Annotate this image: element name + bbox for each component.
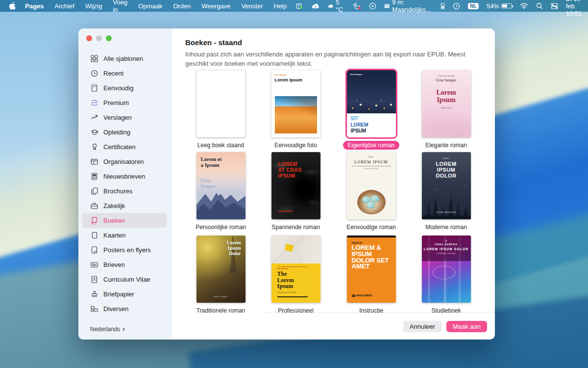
template-cover: LOREM AT CRAS IPSUM URNA SEMPER (271, 152, 320, 219)
sidebar-item-diversen[interactable]: Diversen (82, 301, 167, 316)
sidebar-item-label: Zakelijk (103, 202, 125, 210)
template-cover: Urna Semper Lorem Ipsum (271, 70, 320, 137)
sidebar-item-posters-en-flyers[interactable]: Posters en flyers (82, 242, 167, 257)
medal-icon (90, 143, 98, 151)
briefcase-icon (90, 202, 98, 210)
sidebar-item-brieven[interactable]: Brieven (82, 257, 167, 272)
battery-item[interactable]: 54% (483, 0, 516, 12)
sidebar-item-recent[interactable]: Recent (82, 66, 167, 80)
publisher-mark-icon: ✕ (422, 239, 471, 242)
stamp-icon (90, 290, 98, 298)
template-name-selected: Eigentijdse roman (343, 141, 399, 150)
sidebar-item-zakelijk[interactable]: Zakelijk (82, 198, 167, 213)
cv-icon (90, 275, 98, 284)
weather-item[interactable]: 5 °C (324, 0, 349, 12)
sidebar-item-kaarten[interactable]: Kaarten (82, 228, 167, 242)
sidebar-item-label: Eenvoudig (103, 84, 133, 92)
template-card-professioneel[interactable]: DOLOR SIT The Lorem Ipsum Consectetur Ti… (258, 236, 333, 314)
sidebar-item-briefpapier[interactable]: Briefpapier (82, 287, 167, 301)
template-cover: Lorem Ipsum Dolor Urna Semper (196, 236, 245, 303)
menu-wijzig[interactable]: Wijzig (80, 0, 108, 12)
template-name: Traditionele roman (196, 307, 245, 314)
template-card-eenvoudige-roman[interactable]: A Vitae LOREM IPSUM URNA SEMPER Eenvoudi… (334, 152, 409, 231)
trend-chart-icon (90, 113, 98, 122)
cancel-button[interactable]: Annuleer (403, 321, 441, 332)
template-card-traditionele-roman[interactable]: Lorem Ipsum Dolor Urna Semper Traditione… (183, 236, 258, 314)
organizer-icon (90, 158, 98, 166)
sidebar-item-label: Premium (103, 99, 129, 106)
sidebar-item-label: Curriculum Vitae (103, 276, 150, 283)
minimize-button (96, 35, 102, 41)
sidebar-item-alle-sjablonen[interactable]: Alle sjablonen (82, 51, 167, 66)
template-card-leeg-boek-staand[interactable]: Leeg boek staand (183, 70, 258, 149)
brochure-icon (90, 187, 98, 195)
sidebar-item-label: Brochures (103, 187, 132, 195)
sidebar-item-organisatoren[interactable]: Organisatoren (82, 154, 167, 169)
sidebar-item-nieuwsbrieven[interactable]: Nieuwsbrieven (82, 169, 167, 184)
city-night-photo (347, 70, 396, 113)
puzzle-photo (271, 236, 320, 263)
sidebar-item-brochures[interactable]: Brochures (82, 184, 167, 198)
time-machine-icon[interactable] (449, 0, 464, 12)
template-card-persoonlijke-roman[interactable]: Lorem et a Ipsum Urna Semper Persoonlijk… (183, 152, 258, 231)
template-card-instructie[interactable]: CRAS AT: LOREM & IPSUM DOLOR SET AMET ET… (334, 236, 409, 314)
screen-mirroring-icon[interactable] (349, 0, 365, 12)
menu-help[interactable]: Help (269, 0, 293, 12)
sidebar-item-boeken[interactable]: Boeken (82, 213, 167, 228)
control-center-icon[interactable] (547, 0, 562, 12)
book-icon (90, 216, 98, 225)
close-button[interactable] (86, 35, 92, 41)
grid-icon (90, 54, 98, 63)
template-card-elegante-roman[interactable]: Consectetur Tincidunt Urna Semper Lorem … (409, 70, 484, 149)
cloud-sync-icon[interactable] (307, 0, 324, 12)
reminder-item[interactable]: 9 m: Maandelijks... (380, 0, 437, 12)
template-cover: Consectetur Tincidunt Urna Semper Lorem … (422, 70, 471, 137)
sidebar-item-label: Boeken (103, 217, 125, 224)
template-name: Persoonlijke roman (196, 224, 246, 231)
device-battery-icon[interactable] (437, 0, 449, 12)
menu-archief[interactable]: Archief (49, 0, 79, 12)
sidebar-item-verslagen[interactable]: Verslagen (82, 110, 167, 125)
menu-voeg-in[interactable]: Voeg in (107, 0, 133, 12)
menu-weergave[interactable]: Weergave (196, 0, 236, 12)
menubar-clock[interactable]: Di 10 feb 10:51 (562, 0, 585, 12)
template-name: Spannende roman (271, 224, 320, 231)
input-source-item[interactable]: NL (464, 0, 482, 12)
poster-icon (90, 246, 98, 254)
sidebar-item-eenvoudig[interactable]: Eenvoudig (82, 80, 167, 95)
template-card-studieboek[interactable]: ✕ URNA SEMPER LOREM IPSUM DOLOR LOREM IP… (409, 236, 484, 314)
menu-pages[interactable]: Pages (20, 0, 49, 12)
card-icon (90, 231, 98, 239)
template-card-eenvoudige-foto[interactable]: Urna Semper Lorem Ipsum Eenvoudige foto (258, 70, 333, 149)
forest-art (422, 194, 471, 219)
create-button[interactable]: Maak aan (446, 321, 487, 332)
sidebar-item-opleiding[interactable]: Opleiding (82, 125, 167, 139)
sidebar-item-label: Briefpapier (103, 290, 134, 298)
sidebar-item-label: Certificaten (103, 143, 136, 151)
apple-menu-icon[interactable] (9, 2, 16, 10)
zoom-button[interactable] (106, 35, 112, 41)
sidebar-item-curriculum-vitae[interactable]: Curriculum Vitae (82, 272, 167, 287)
category-list: Alle sjablonen Recent Eenvoudig Premium … (82, 51, 167, 316)
template-cover: CRAS AT: LOREM & IPSUM DOLOR SET AMET ET… (347, 236, 396, 303)
newspaper-icon (90, 172, 98, 181)
template-name: Moderne roman (425, 224, 467, 231)
language-selector[interactable]: Nederlands ▲▼ (90, 326, 125, 333)
menu-venster[interactable]: Venster (236, 0, 268, 12)
now-playing-icon[interactable] (365, 0, 380, 12)
menu-opmaak[interactable]: Opmaak (133, 0, 168, 12)
sidebar-item-certificaten[interactable]: Certificaten (82, 139, 167, 154)
password-manager-icon[interactable] (292, 0, 307, 12)
template-card-moderne-roman[interactable]: A Vitae LOREM IPSUM DOLOR URNA SEMPER Mo… (409, 152, 484, 231)
template-card-spannende-roman[interactable]: LOREM AT CRAS IPSUM URNA SEMPER Spannend… (258, 152, 333, 231)
sidebar-item-label: Brieven (103, 261, 125, 268)
sidebar-item-label: Posters en flyers (103, 246, 151, 254)
template-card-eigentijdse-roman-selected[interactable]: Urna Semper SIT LOREM IPSUM Eigentijdse … (334, 70, 409, 150)
reminder-text: 9 m: Maandelijks... (392, 0, 433, 13)
template-cover: Lorem et a Ipsum Urna Semper (196, 152, 245, 219)
spotlight-icon[interactable] (532, 0, 547, 12)
battery-percent: 54% (487, 2, 499, 10)
menu-orden[interactable]: Orden (168, 0, 196, 12)
wifi-icon[interactable] (516, 0, 532, 12)
sidebar-item-premium[interactable]: Premium (82, 95, 167, 110)
